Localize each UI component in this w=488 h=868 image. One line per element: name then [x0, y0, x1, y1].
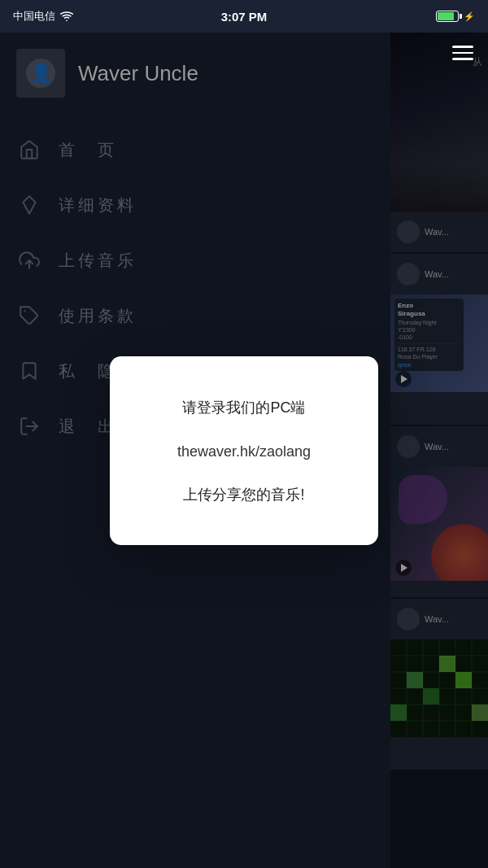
hamburger-line-1: [452, 46, 473, 48]
hamburger-line-2: [452, 52, 473, 55]
carrier-label: 中国电信: [13, 9, 55, 24]
wifi-icon: [60, 11, 73, 21]
hamburger-button[interactable]: [446, 39, 480, 67]
status-right: ⚡: [436, 11, 475, 22]
status-bar: 中国电信 3:07 PM ⚡: [0, 0, 488, 33]
modal-line-3: 上传分享您的音乐!: [183, 485, 304, 504]
battery-fill: [438, 12, 454, 20]
status-time: 3:07 PM: [221, 10, 268, 24]
modal-line-2: thewaver.hk/zaolang: [177, 443, 311, 460]
battery-icon: [436, 11, 459, 22]
modal-overlay[interactable]: 请登录我们的PC端 thewaver.hk/zaolang 上传分享您的音乐!: [0, 33, 488, 868]
status-left: 中国电信: [13, 9, 73, 24]
hamburger-lines: [452, 46, 473, 60]
bolt-icon: ⚡: [464, 11, 475, 22]
modal-dialog: 请登录我们的PC端 thewaver.hk/zaolang 上传分享您的音乐!: [110, 356, 378, 545]
modal-line-1: 请登录我们的PC端: [182, 397, 305, 419]
hamburger-line-3: [452, 58, 473, 60]
main-layout: 👤 Waver Uncle 首 页 详细资料 上传音乐: [0, 33, 488, 868]
